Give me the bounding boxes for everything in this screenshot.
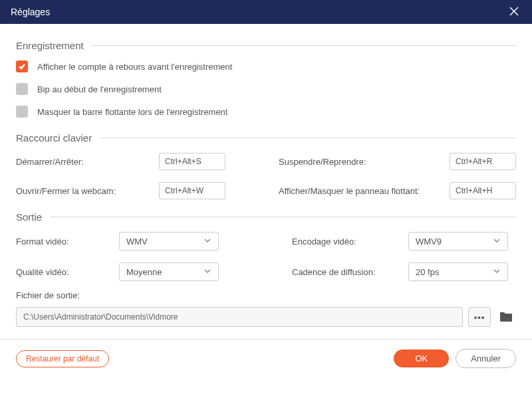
checkbox-label: Masquer la barre flottante lors de l'enr… [37,107,227,117]
close-icon[interactable] [507,4,521,21]
footer: Restaurer par défaut OK Annuler [0,339,532,368]
checkbox-row-beep: Bip au début de l'enregistrement [16,83,516,95]
select-video-encoding[interactable]: WMV9 [408,232,508,251]
chevron-down-icon [203,237,211,247]
browse-button[interactable]: ••• [468,307,491,327]
checkbox-countdown[interactable] [16,60,28,72]
chevron-down-icon [493,237,501,247]
section-recording: Enregistrement [16,40,516,51]
chevron-down-icon [493,267,501,277]
select-value: WMV [126,237,148,247]
folder-icon [499,310,513,324]
input-webcam[interactable] [159,182,225,199]
input-panel[interactable] [450,182,516,199]
checkbox-label: Afficher le compte à rebours avant l'enr… [37,62,232,72]
label-panel: Afficher/Masquer le panneau flottant: [279,186,450,196]
section-shortcuts: Raccourci clavier [16,132,516,144]
divider [92,45,516,46]
ok-button[interactable]: OK [394,350,449,367]
titlebar: Réglages [0,0,532,24]
select-video-format[interactable]: WMV [119,232,219,251]
label-start-stop: Démarrer/Arrêter: [16,157,159,167]
label-video-encoding: Encodage vidéo: [292,237,408,247]
label-video-format: Format vidéo: [16,237,119,247]
checkbox-row-hidebar: Masquer la barre flottante lors de l'enr… [16,106,516,118]
section-title-shortcuts: Raccourci clavier [16,132,92,144]
select-video-quality[interactable]: Moyenne [119,262,219,281]
select-value: WMV9 [416,237,442,247]
input-output-file[interactable] [16,307,463,327]
section-title-recording: Enregistrement [16,40,84,51]
label-video-quality: Qualité vidéo: [16,267,119,277]
dots-icon: ••• [474,312,485,322]
restore-defaults-button[interactable]: Restaurer par défaut [16,350,109,367]
checkbox-row-countdown: Afficher le compte à rebours avant l'enr… [16,60,516,72]
chevron-down-icon [203,267,211,277]
section-title-output: Sortie [16,211,42,223]
cancel-button[interactable]: Annuler [456,349,516,368]
select-value: 20 fps [416,267,439,277]
select-framerate[interactable]: 20 fps [408,262,508,281]
checkbox-label: Bip au début de l'enregistrement [37,84,162,94]
window-title: Réglages [11,7,50,17]
label-webcam: Ouvrir/Fermer la webcam: [16,186,159,196]
divider [50,217,516,217]
label-suspend: Suspendre/Reprendre: [279,157,450,167]
open-folder-button[interactable] [496,307,516,327]
select-value: Moyenne [126,267,162,277]
input-start-stop[interactable] [159,153,225,170]
input-suspend[interactable] [450,153,516,170]
section-output: Sortie [16,211,516,223]
label-output-file: Fichier de sortie: [16,290,516,300]
checkbox-beep[interactable] [16,83,28,95]
divider [100,138,516,138]
label-framerate: Cadence de diffusion: [292,267,408,277]
checkbox-hidebar[interactable] [16,106,28,118]
